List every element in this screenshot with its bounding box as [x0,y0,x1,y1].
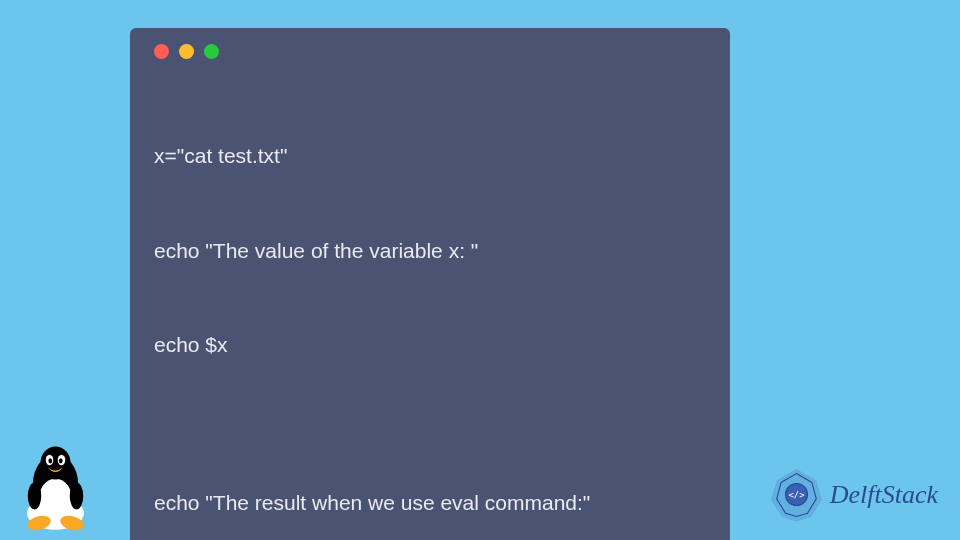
code-window: x="cat test.txt" echo "The value of the … [130,28,730,540]
code-block: x="cat test.txt" echo "The value of the … [154,77,706,540]
delftstack-brand: </> DelftStack [769,467,938,522]
code-line: echo $x [154,329,706,361]
code-line: echo "The result when we use eval comman… [154,487,706,519]
linux-tux-icon [18,442,93,532]
svg-point-7 [59,458,63,463]
window-controls [154,44,706,59]
code-line: x="cat test.txt" [154,140,706,172]
svg-point-3 [41,447,71,480]
svg-point-6 [48,458,52,463]
delftstack-logo-icon: </> [769,467,824,522]
maximize-icon [204,44,219,59]
code-line: echo "The value of the variable x: " [154,235,706,267]
close-icon [154,44,169,59]
brand-name: DelftStack [830,480,938,510]
svg-point-2 [39,479,72,518]
svg-point-10 [28,483,42,510]
svg-point-11 [70,483,84,510]
svg-text:</>: </> [788,490,804,500]
minimize-icon [179,44,194,59]
